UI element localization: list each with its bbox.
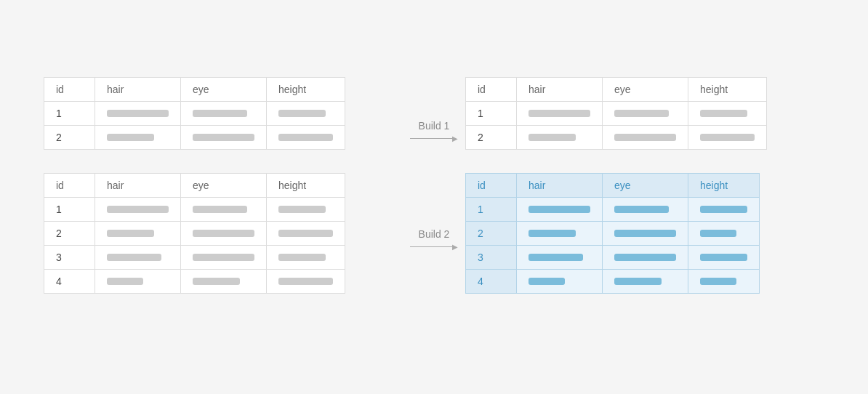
placeholder-bar-blue — [700, 206, 747, 213]
placeholder-bar — [278, 206, 326, 213]
cell-id: 2 — [44, 222, 95, 246]
placeholder-bar — [193, 230, 254, 237]
cell-id: 2 — [466, 222, 517, 246]
table-row: 4 — [466, 270, 760, 294]
cell-eye — [181, 126, 267, 150]
cell-id: 2 — [44, 126, 95, 150]
placeholder-bar-blue — [614, 278, 662, 285]
cell-eye — [603, 222, 688, 246]
left-tables: id hair eye height 1 2 — [44, 77, 403, 294]
cell-eye — [181, 102, 267, 126]
placeholder-bar-blue — [700, 278, 736, 285]
table-row: 2 — [466, 126, 767, 150]
cell-id: 4 — [466, 270, 517, 294]
cell-height — [688, 270, 760, 294]
placeholder-bar — [107, 254, 161, 261]
placeholder-bar — [278, 278, 333, 285]
col-eye-bot-left: eye — [181, 174, 267, 198]
placeholder-bar — [700, 110, 747, 117]
table-row: 4 — [44, 270, 345, 294]
col-id-bot-right: id — [466, 174, 517, 198]
cell-hair — [95, 270, 181, 294]
cell-id: 1 — [466, 198, 517, 222]
table-row: 3 — [466, 246, 760, 270]
placeholder-bar-blue — [529, 230, 576, 237]
cell-eye — [603, 246, 688, 270]
placeholder-bar — [193, 206, 247, 213]
placeholder-bar — [614, 110, 669, 117]
cell-height — [688, 222, 760, 246]
placeholder-bar — [278, 110, 326, 117]
build2-label: Build 2 — [419, 228, 450, 240]
cell-id: 3 — [44, 246, 95, 270]
cell-hair — [517, 270, 603, 294]
table-row: 2 — [44, 222, 345, 246]
table-row: 1 — [466, 198, 760, 222]
cell-hair — [517, 222, 603, 246]
col-eye-top-right: eye — [603, 78, 688, 102]
cell-hair — [517, 198, 603, 222]
table-row: 1 — [466, 102, 767, 126]
placeholder-bar-blue — [614, 206, 669, 213]
placeholder-bar-blue — [614, 230, 676, 237]
col-hair-top-right: hair — [517, 78, 603, 102]
cell-eye — [603, 198, 688, 222]
cell-eye — [603, 270, 688, 294]
placeholder-bar — [193, 254, 254, 261]
col-height-top-right: height — [688, 78, 767, 102]
source-table-top: id hair eye height 1 2 — [44, 77, 345, 150]
cell-hair — [517, 126, 603, 150]
cell-id: 1 — [466, 102, 517, 126]
cell-height — [267, 270, 345, 294]
cell-eye — [603, 102, 688, 126]
cell-hair — [95, 222, 181, 246]
build1-label: Build 1 — [419, 120, 450, 132]
table-row: 1 — [44, 198, 345, 222]
cell-hair — [95, 198, 181, 222]
col-height-bot-right: height — [688, 174, 760, 198]
cell-id: 3 — [466, 246, 517, 270]
col-eye-bot-right: eye — [603, 174, 688, 198]
col-hair-bot-left: hair — [95, 174, 181, 198]
cell-hair — [517, 246, 603, 270]
col-hair-bot-right: hair — [517, 174, 603, 198]
cell-height — [267, 102, 345, 126]
right-tables: id hair eye height 1 2 — [465, 77, 824, 294]
cell-hair — [95, 246, 181, 270]
placeholder-bar-blue — [529, 206, 590, 213]
table-row: 2 — [466, 222, 760, 246]
cell-height — [267, 246, 345, 270]
placeholder-bar — [107, 134, 154, 141]
cell-height — [267, 126, 345, 150]
placeholder-bar — [278, 254, 326, 261]
table-row: 2 — [44, 126, 345, 150]
col-id-bot-left: id — [44, 174, 95, 198]
cell-hair — [95, 126, 181, 150]
placeholder-bar — [529, 110, 590, 117]
cell-height — [267, 198, 345, 222]
table-row: 3 — [44, 246, 345, 270]
placeholder-bar-blue — [614, 254, 676, 261]
col-height-bot-left: height — [267, 174, 345, 198]
placeholder-bar-blue — [700, 230, 736, 237]
cell-eye — [181, 198, 267, 222]
cell-hair — [517, 102, 603, 126]
cell-eye — [603, 126, 688, 150]
col-height-top-left: height — [267, 78, 345, 102]
placeholder-bar — [107, 110, 169, 117]
placeholder-bar-blue — [700, 254, 747, 261]
main-container: id hair eye height 1 2 — [0, 55, 868, 339]
placeholder-bar — [107, 230, 154, 237]
placeholder-bar — [193, 134, 254, 141]
placeholder-bar-blue — [529, 278, 565, 285]
placeholder-bar — [700, 134, 755, 141]
placeholder-bar — [107, 206, 169, 213]
result-table-top: id hair eye height 1 2 — [465, 77, 767, 150]
arrow-line-bottom — [410, 243, 458, 251]
col-id-top-right: id — [466, 78, 517, 102]
cell-eye — [181, 222, 267, 246]
arrows-column: Build 1 Build 2 — [403, 77, 465, 294]
col-hair-top-left: hair — [95, 78, 181, 102]
placeholder-bar — [193, 278, 240, 285]
result-table-bottom: id hair eye height 1 2 — [465, 173, 760, 294]
